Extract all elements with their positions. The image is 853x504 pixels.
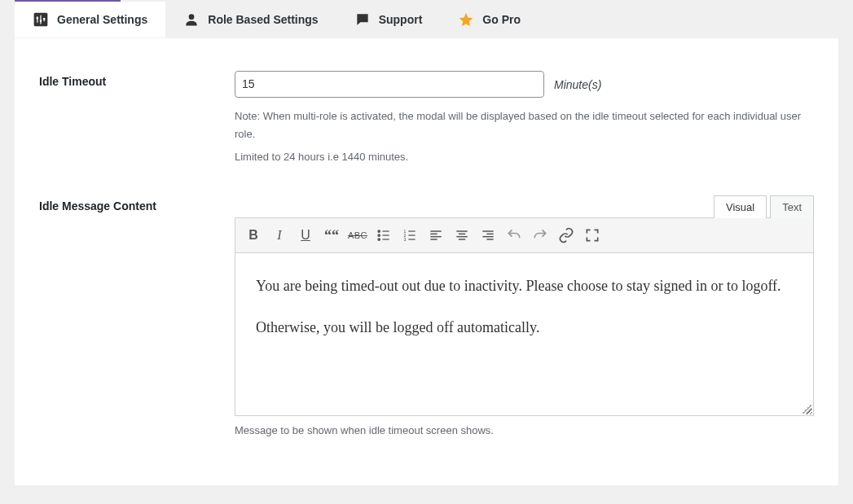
blockquote-button[interactable]: ““: [319, 223, 345, 248]
svg-text:3: 3: [404, 237, 407, 242]
sliders-icon: [33, 11, 49, 28]
svg-point-7: [378, 239, 380, 241]
tab-label: Go Pro: [482, 13, 521, 26]
idle-message-field: Visual Text B I U ““ ABC 123: [235, 195, 814, 436]
tab-label: Support: [379, 13, 423, 26]
fullscreen-button[interactable]: [579, 223, 605, 248]
undo-button[interactable]: [501, 223, 527, 248]
idle-timeout-field: Minute(s) Note: When multi-role is activ…: [235, 71, 814, 171]
redo-button[interactable]: [527, 223, 553, 248]
align-right-button[interactable]: [475, 223, 501, 248]
editor-toolbar: B I U ““ ABC 123: [235, 217, 814, 253]
idle-message-desc: Message to be shown when idle timeout sc…: [235, 424, 814, 436]
svg-point-1: [37, 17, 39, 19]
tab-support[interactable]: Support: [336, 2, 441, 37]
svg-point-4: [189, 14, 195, 20]
align-center-button[interactable]: [449, 223, 475, 248]
idle-timeout-note: Note: When multi-role is activated, the …: [235, 107, 814, 143]
italic-button[interactable]: I: [266, 223, 292, 248]
tab-role-based-settings[interactable]: Role Based Settings: [165, 2, 336, 37]
idle-timeout-label: Idle Timeout: [39, 71, 235, 171]
svg-point-5: [378, 230, 380, 233]
idle-timeout-unit: Minute(s): [554, 78, 601, 91]
star-icon: [458, 11, 474, 28]
number-list-button[interactable]: 123: [397, 223, 423, 248]
field-idle-timeout: Idle Timeout Minute(s) Note: When multi-…: [39, 71, 814, 171]
editor-tab-text[interactable]: Text: [770, 195, 814, 218]
input-group: Minute(s): [235, 71, 814, 98]
editor-paragraph: Otherwise, you will be logged off automa…: [256, 315, 793, 340]
tab-general-settings[interactable]: General Settings: [15, 2, 165, 37]
settings-content: Idle Timeout Minute(s) Note: When multi-…: [15, 38, 838, 485]
tab-bar: General Settings Role Based Settings Sup…: [0, 2, 853, 38]
editor-mode-tabs: Visual Text: [235, 195, 814, 218]
bullet-list-button[interactable]: [371, 223, 397, 248]
bold-button[interactable]: B: [240, 223, 266, 248]
editor-content[interactable]: You are being timed-out out due to inact…: [235, 253, 814, 416]
tab-label: General Settings: [57, 13, 147, 26]
idle-timeout-limit: Limited to 24 hours i.e 1440 minutes.: [235, 148, 814, 166]
editor-tab-visual[interactable]: Visual: [714, 195, 767, 218]
field-idle-message: Idle Message Content Visual Text B I U “…: [39, 195, 814, 436]
tab-go-pro[interactable]: Go Pro: [440, 2, 539, 37]
svg-point-2: [40, 20, 42, 22]
strikethrough-button[interactable]: ABC: [345, 223, 371, 248]
align-left-button[interactable]: [423, 223, 449, 248]
resize-handle-icon[interactable]: [802, 404, 811, 414]
idle-timeout-input[interactable]: [235, 71, 544, 98]
chat-icon: [354, 11, 371, 28]
svg-point-3: [43, 18, 46, 20]
svg-point-6: [378, 234, 380, 237]
settings-page: General Settings Role Based Settings Sup…: [0, 0, 853, 485]
user-icon: [183, 11, 200, 28]
underline-button[interactable]: U: [292, 223, 319, 248]
link-button[interactable]: [553, 223, 579, 248]
editor-paragraph: You are being timed-out out due to inact…: [256, 274, 793, 299]
tab-label: Role Based Settings: [208, 13, 318, 26]
idle-message-label: Idle Message Content: [39, 195, 235, 436]
